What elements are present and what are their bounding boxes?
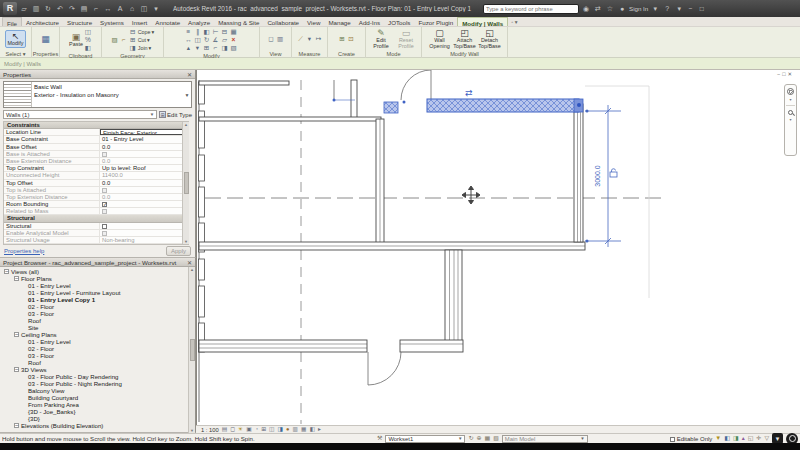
tab-fuzor-plugin[interactable]: Fuzor Plugin xyxy=(414,17,457,26)
crop-view-icon[interactable]: ⊞ xyxy=(261,426,266,433)
browser-view-item[interactable]: 03 - Floor xyxy=(0,310,195,317)
close-icon[interactable]: ✕ xyxy=(187,259,192,266)
wall-opening-button[interactable]: ▢ Wall Opening xyxy=(428,28,452,50)
undo-icon[interactable]: ↶ xyxy=(55,1,65,16)
browser-view-item[interactable]: {3D - Joe_Banks} xyxy=(0,408,195,415)
visual-style-icon[interactable]: ◻ xyxy=(230,426,235,433)
tab-add-ins[interactable]: Add-Ins xyxy=(355,17,384,26)
copy-modify-icon[interactable]: ◫ xyxy=(194,36,202,44)
edit-profile-button[interactable]: ✎ Edit Profile xyxy=(369,28,393,50)
properties-toggle-button[interactable]: ▦ xyxy=(41,34,50,44)
modify-tool-button[interactable]: ↖ Modify xyxy=(5,30,27,48)
exchange-icon[interactable]: ⇄ xyxy=(593,1,603,16)
wall-flip-icon[interactable]: ⇄ xyxy=(465,88,473,98)
browser-view-item[interactable]: Building Courtyard xyxy=(0,394,195,401)
browser-view-item[interactable]: Roof xyxy=(0,317,195,324)
signin-dropdown-icon[interactable]: ▾ xyxy=(650,1,660,16)
unpin-icon[interactable]: ▾ xyxy=(194,44,202,52)
override-icon[interactable]: ▥ xyxy=(276,35,284,43)
exclude-options-icon[interactable]: ▼ xyxy=(715,434,721,443)
browser-view-item[interactable]: 03 - Floor Public - Night Rendering xyxy=(0,380,195,387)
browser-root-views[interactable]: Views (all) xyxy=(0,268,195,275)
browser-view-item[interactable]: 01 - Entry Level xyxy=(0,282,195,289)
type-selector[interactable]: Basic Wall Exterior - Insulation on Maso… xyxy=(3,81,192,108)
mirror-icon[interactable]: ◧ xyxy=(203,28,211,36)
measure-dropdown-icon[interactable]: ▾ xyxy=(306,35,314,43)
selection-filter-icon[interactable]: ▽ xyxy=(764,434,769,443)
apply-button[interactable]: Apply xyxy=(166,246,191,256)
browser-view-item[interactable]: Balcony View xyxy=(0,387,195,394)
align-icon[interactable]: ≡ xyxy=(185,28,193,36)
design-option-combo[interactable]: Main Model ▼ xyxy=(502,435,588,443)
browser-view-item-active[interactable]: 01 - Entry Level Copy 1 xyxy=(0,296,195,303)
save-icon[interactable]: ▥ xyxy=(31,1,41,16)
create-group-icon[interactable]: ⊞ xyxy=(338,35,346,43)
properties-scrollbar[interactable]: ▲▼ xyxy=(182,122,189,244)
paint-icon[interactable]: ▨ xyxy=(111,36,119,44)
active-workset-combo[interactable]: Workset1 ▼ xyxy=(385,435,465,443)
chevron-down-icon[interactable]: ▾ xyxy=(789,118,791,122)
property-row[interactable]: Base Offset0.0 xyxy=(4,144,189,151)
text-icon[interactable]: A xyxy=(115,1,125,16)
help-dropdown-icon[interactable]: ▾ xyxy=(674,1,684,16)
sign-in-button[interactable]: Sign In xyxy=(629,5,648,12)
shadows-icon[interactable]: ▣ xyxy=(246,426,251,433)
collapse-icon[interactable] xyxy=(14,423,19,428)
copy-icon[interactable]: ◫ xyxy=(84,28,92,36)
property-row[interactable]: Location LineFinish Face: Exterior xyxy=(4,129,189,136)
move-icon[interactable]: ↔ xyxy=(185,36,193,44)
temporary-dimension[interactable] xyxy=(585,105,621,247)
cope-button[interactable]: ⊟Cope ▾ xyxy=(129,28,155,36)
wall-drag-handle[interactable] xyxy=(577,103,581,107)
tab-analyze[interactable]: Analyze xyxy=(184,17,214,26)
match-type-icon[interactable]: ◧ xyxy=(84,44,92,52)
dimension-lock-icon[interactable] xyxy=(610,169,617,177)
browser-view-item[interactable]: 02 - Floor xyxy=(0,303,195,310)
browser-view-item[interactable]: Roof xyxy=(0,359,195,366)
split-icon[interactable]: ⊟ xyxy=(221,28,229,36)
design-option-edit-icon[interactable]: ▧ xyxy=(493,434,499,443)
join-ends-icon[interactable]: ⊞ xyxy=(203,44,211,52)
sun-path-icon[interactable]: ☀ xyxy=(238,426,243,433)
drag-on-selection-icon[interactable]: ✛ xyxy=(756,434,761,443)
reveal-hidden-icon[interactable]: ● xyxy=(286,426,290,433)
wall-joins-icon[interactable]: ⌐ xyxy=(212,44,220,52)
property-row[interactable]: Room Bounding xyxy=(4,201,189,208)
search-input[interactable] xyxy=(483,4,579,14)
print-icon[interactable]: ▤ xyxy=(79,1,89,16)
rotate-icon[interactable]: ↻ xyxy=(203,36,211,44)
revit-logo-icon[interactable]: R xyxy=(3,2,17,15)
plan-walls[interactable] xyxy=(199,80,585,352)
tab-manage[interactable]: Manage xyxy=(324,17,354,26)
view-scale[interactable]: 1 : 100 xyxy=(201,427,219,433)
temporary-hide-icon[interactable]: ◨ xyxy=(278,426,283,433)
ribbon-state-dropdown-icon[interactable]: ◦ ▾ xyxy=(508,17,517,26)
checkbox-icon[interactable] xyxy=(102,224,107,229)
tab-architecture[interactable]: Architecture xyxy=(22,17,63,26)
offset-icon[interactable]: ∥ xyxy=(194,28,202,36)
detail-level-icon[interactable]: ▤ xyxy=(222,426,227,433)
view-minimize-icon[interactable]: − xyxy=(777,71,780,78)
qat-dropdown-icon[interactable]: ▾ xyxy=(151,1,161,16)
collapse-icon[interactable] xyxy=(14,276,19,281)
west-wall[interactable] xyxy=(199,80,205,422)
close-icon[interactable]: ✕ xyxy=(187,71,192,78)
drawing-area[interactable]: ⇄ 3000.0 xyxy=(196,70,800,425)
browser-view-item[interactable]: {3D} xyxy=(0,415,195,422)
tab-insert[interactable]: Insert xyxy=(128,17,151,26)
selection-filter-combo[interactable]: Walls (1) ▼ xyxy=(3,110,157,119)
tab-systems[interactable]: Systems xyxy=(96,17,128,26)
project-browser-header[interactable]: Project Browser - rac_advanced_sample_pr… xyxy=(0,258,195,267)
property-row[interactable]: Base Constraint01 - Entry Level xyxy=(4,136,189,143)
tab-file[interactable]: File xyxy=(2,17,22,26)
measure-icon[interactable]: ⌐ xyxy=(91,1,101,16)
rendering-icon[interactable]: ◔ xyxy=(255,426,259,433)
scale-icon[interactable]: ▱ xyxy=(221,36,229,44)
workset-sync-icon[interactable]: ↻ xyxy=(468,434,473,443)
browser-group-elevations[interactable]: Elevations (Building Elevation) xyxy=(0,422,195,429)
door-top[interactable] xyxy=(401,70,431,100)
measure-ruler-icon[interactable]: ⟋ xyxy=(297,35,305,43)
search-icon[interactable]: ◉ xyxy=(581,1,591,16)
attach-top-base-button[interactable]: ◰ Attach Top/Base xyxy=(453,28,477,50)
temporary-view-properties-icon[interactable]: ▦ xyxy=(301,426,306,433)
